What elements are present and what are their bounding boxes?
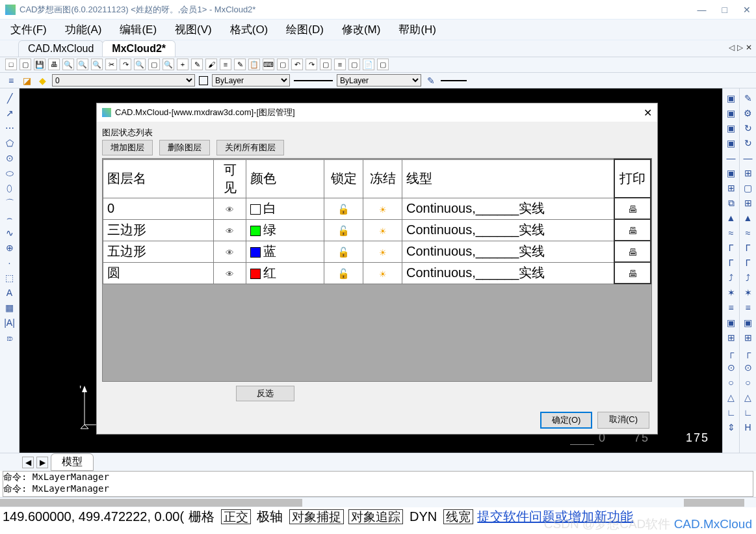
cell-freeze[interactable] bbox=[363, 198, 402, 219]
layer-row-0[interactable]: 0白Continuous,______实线 bbox=[103, 198, 651, 219]
modify-tool-a-8[interactable]: ▲ bbox=[725, 212, 737, 224]
col-name[interactable]: 图层名 bbox=[103, 159, 214, 198]
menu-item-7[interactable]: 帮助(H) bbox=[398, 22, 436, 37]
toolbar-icon-21[interactable]: ↷ bbox=[306, 59, 317, 70]
toolbar-icon-26[interactable]: ▢ bbox=[377, 59, 389, 70]
modify-tool-a-4[interactable]: — bbox=[725, 152, 737, 164]
modify-tool-a-13[interactable]: ✶ bbox=[725, 287, 737, 299]
cell-name[interactable]: 圆 bbox=[103, 262, 214, 284]
modify-tool-b-8[interactable]: ▲ bbox=[742, 212, 754, 224]
cell-name[interactable]: 三边形 bbox=[103, 219, 214, 241]
toolbar-icon-6[interactable]: 🔍 bbox=[91, 59, 103, 70]
toolbar-icon-15[interactable]: ≡ bbox=[220, 59, 231, 70]
status-toggle-对象追踪[interactable]: 对象追踪 bbox=[348, 509, 403, 524]
toolbar-icon-2[interactable]: 💾 bbox=[34, 59, 46, 70]
draw-tool-9[interactable]: ∿ bbox=[4, 227, 16, 239]
modify-tool-b-13[interactable]: ✶ bbox=[742, 287, 754, 299]
cell-visible[interactable] bbox=[214, 198, 246, 219]
modify-tool-a-15[interactable]: ▣ bbox=[725, 317, 737, 328]
draw-tool-16[interactable]: ⎄ bbox=[4, 332, 16, 343]
draw-tool-4[interactable]: ⊙ bbox=[4, 152, 16, 164]
toolbar-icon-17[interactable]: 📋 bbox=[248, 59, 260, 70]
modify-tool-b-3[interactable]: ↻ bbox=[742, 137, 754, 149]
toolbar-icon-16[interactable]: ✎ bbox=[234, 59, 246, 70]
toolbar-icon-18[interactable]: ⌨ bbox=[263, 59, 274, 70]
cell-freeze[interactable] bbox=[363, 262, 402, 284]
add-layer-button[interactable]: 增加图层 bbox=[102, 140, 153, 155]
modify-tool-b-20[interactable]: △ bbox=[742, 392, 754, 403]
col-linetype[interactable]: 线型 bbox=[402, 159, 615, 198]
modify-tool-b-6[interactable]: ▢ bbox=[742, 182, 754, 194]
toolbar-icon-25[interactable]: 📄 bbox=[363, 59, 374, 70]
draw-tool-1[interactable]: ↗ bbox=[4, 107, 16, 119]
menu-item-4[interactable]: 格式(O) bbox=[230, 22, 268, 37]
toolbar-icon-7[interactable]: ✂ bbox=[105, 59, 117, 70]
brush-icon[interactable]: ✎ bbox=[425, 75, 437, 87]
toolbar-icon-11[interactable]: 🔍 bbox=[163, 59, 174, 70]
modify-tool-a-10[interactable]: Γ bbox=[725, 242, 737, 254]
status-toggle-极轴[interactable]: 极轴 bbox=[255, 509, 285, 524]
cell-linetype[interactable]: Continuous,______实线 bbox=[402, 198, 615, 219]
invert-selection-button[interactable]: 反选 bbox=[236, 386, 294, 401]
modify-tool-a-9[interactable]: ≈ bbox=[725, 227, 737, 239]
modify-tool-b-14[interactable]: ≡ bbox=[742, 302, 754, 314]
tab-nav-1[interactable]: ▷ bbox=[737, 43, 743, 52]
toolbar-icon-22[interactable]: ▢ bbox=[320, 59, 332, 70]
draw-tool-10[interactable]: ⊕ bbox=[4, 242, 16, 254]
cell-print[interactable] bbox=[614, 198, 651, 219]
layer-row-1[interactable]: 三边形绿Continuous,______实线 bbox=[103, 219, 651, 241]
toolbar-icon-13[interactable]: ✎ bbox=[191, 59, 203, 70]
modify-tool-b-4[interactable]: — bbox=[742, 152, 754, 164]
toolbar-icon-12[interactable]: + bbox=[177, 59, 189, 70]
draw-tool-8[interactable]: ⌢ bbox=[4, 212, 16, 224]
modify-tool-a-16[interactable]: ⊞ bbox=[725, 332, 737, 343]
modify-tool-b-19[interactable]: ○ bbox=[742, 377, 754, 388]
draw-tool-5[interactable]: ⬭ bbox=[4, 167, 16, 179]
menu-item-3[interactable]: 视图(V) bbox=[175, 22, 212, 37]
toolbar-icon-1[interactable]: ▢ bbox=[20, 59, 31, 70]
modify-tool-b-11[interactable]: Γ bbox=[742, 257, 754, 269]
cell-freeze[interactable] bbox=[363, 241, 402, 262]
cell-name[interactable]: 0 bbox=[103, 198, 214, 219]
dialog-close-button[interactable]: ✕ bbox=[644, 107, 652, 119]
window-max-button[interactable]: □ bbox=[722, 5, 727, 15]
modify-tool-a-20[interactable]: △ bbox=[725, 392, 737, 403]
cell-print[interactable] bbox=[614, 219, 651, 241]
window-min-button[interactable]: — bbox=[697, 5, 707, 15]
modify-tool-a-14[interactable]: ≡ bbox=[725, 302, 737, 314]
cell-color[interactable]: 白 bbox=[246, 198, 324, 219]
command-scrollbar[interactable] bbox=[0, 497, 756, 507]
toolbar-icon-4[interactable]: 🔍 bbox=[62, 59, 74, 70]
cell-freeze[interactable] bbox=[363, 219, 402, 241]
modify-tool-b-18[interactable]: ⊙ bbox=[742, 362, 754, 373]
menu-item-5[interactable]: 绘图(D) bbox=[286, 22, 324, 37]
cell-linetype[interactable]: Continuous,______实线 bbox=[402, 241, 615, 262]
modify-tool-a-5[interactable]: ▣ bbox=[725, 167, 737, 179]
status-toggle-DYN[interactable]: DYN bbox=[408, 509, 439, 524]
modify-tool-b-1[interactable]: ⚙ bbox=[742, 107, 754, 119]
menu-item-1[interactable]: 功能(A) bbox=[65, 22, 102, 37]
menu-item-6[interactable]: 修改(M) bbox=[342, 22, 380, 37]
status-toggle-正交[interactable]: 正交 bbox=[221, 509, 251, 524]
toolbar-icon-5[interactable]: 🔍 bbox=[77, 59, 88, 70]
delete-layer-button[interactable]: 删除图层 bbox=[159, 140, 210, 155]
draw-tool-6[interactable]: ⬯ bbox=[4, 182, 16, 194]
modify-tool-a-7[interactable]: ⧉ bbox=[725, 197, 737, 209]
modify-tool-b-16[interactable]: ⊞ bbox=[742, 332, 754, 343]
draw-tool-14[interactable]: ▦ bbox=[4, 302, 16, 314]
cell-linetype[interactable]: Continuous,______实线 bbox=[402, 262, 615, 284]
col-freeze[interactable]: 冻结 bbox=[363, 159, 402, 198]
cell-linetype[interactable]: Continuous,______实线 bbox=[402, 219, 615, 241]
doc-tab-0[interactable]: CAD.MxCloud bbox=[18, 40, 103, 57]
window-close-button[interactable]: ✕ bbox=[743, 5, 751, 15]
modify-tool-b-2[interactable]: ↻ bbox=[742, 122, 754, 134]
status-toggle-线宽[interactable]: 线宽 bbox=[443, 509, 473, 524]
status-toggle-对象捕捉[interactable]: 对象捕捉 bbox=[289, 509, 344, 524]
modify-tool-a-21[interactable]: ∟ bbox=[725, 407, 737, 418]
col-visible[interactable]: 可见 bbox=[214, 159, 246, 198]
draw-tool-11[interactable]: · bbox=[4, 257, 16, 269]
cell-print[interactable] bbox=[614, 241, 651, 262]
toolbar-icon-10[interactable]: ▢ bbox=[148, 59, 160, 70]
layer-grid[interactable]: 图层名 可见 颜色 锁定 冻结 线型 打印 0白Continuous,_____… bbox=[102, 158, 652, 382]
modify-tool-a-18[interactable]: ⊙ bbox=[725, 362, 737, 373]
